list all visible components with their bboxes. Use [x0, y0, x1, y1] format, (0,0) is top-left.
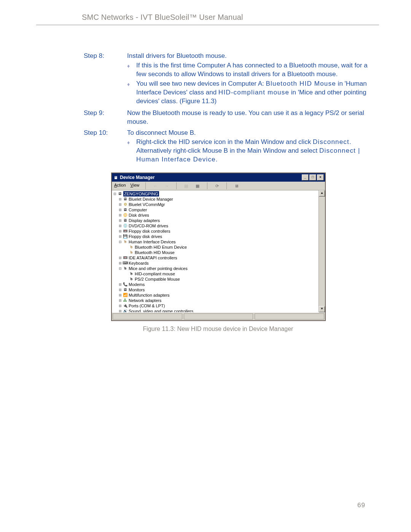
toolbar-scan-icon[interactable]: 🖥: [233, 182, 240, 189]
dm-scrollbar[interactable]: ▲ ▼: [319, 190, 325, 312]
keyboard-icon: [123, 261, 128, 265]
minimize-button[interactable]: _: [302, 174, 309, 181]
toolbar-view-icon[interactable]: ▦: [194, 182, 201, 189]
tree-root[interactable]: ⊟ZENGYONGPING: [113, 191, 319, 197]
sound-icon: [123, 309, 128, 312]
hid-icon: [129, 250, 134, 255]
tree-leaf[interactable]: Bluetooth HID Mouse: [113, 250, 319, 255]
step-9: Step 9: Now the Bluetooth mouse is ready…: [84, 109, 379, 126]
tree-node[interactable]: ⊞Monitors: [113, 287, 319, 292]
display-icon: [123, 218, 128, 223]
step-10-bullets: ♦ Right-click the HID service icon in th…: [127, 138, 379, 164]
tree-node[interactable]: ⊞Network adapters: [113, 298, 319, 303]
menu-view[interactable]: View: [131, 182, 140, 189]
controller-icon: [123, 229, 128, 233]
mouse-icon: [123, 266, 128, 271]
tree-leaf[interactable]: Bluetooth HID Enum Device: [113, 244, 319, 250]
step-8-body: Install drivers for Bluetooth mouse. ♦ I…: [127, 52, 379, 107]
tree-node[interactable]: ⊞Computer: [113, 207, 319, 212]
tree-node[interactable]: ⊞Display adapters: [113, 218, 319, 223]
page-content: Step 8: Install drivers for Bluetooth mo…: [36, 25, 379, 333]
step-8-label: Step 8:: [84, 52, 127, 107]
tree-node[interactable]: ⊞Modems: [113, 282, 319, 287]
tree-node[interactable]: ⊞Disk drives: [113, 212, 319, 218]
modem-icon: [123, 282, 128, 287]
device-icon: [123, 197, 128, 201]
mouse-icon: [129, 277, 134, 281]
toolbar-back-icon[interactable]: ←: [152, 182, 159, 189]
tree-node[interactable]: ⊞Ports (COM & LPT): [113, 303, 319, 308]
step-10: Step 10: To disconnect Mouse B. ♦ Right-…: [84, 129, 379, 165]
hid-icon: [129, 245, 134, 249]
device-icon: [123, 202, 128, 207]
figure-caption: Figure 11.3: New HID mouse device in Dev…: [111, 325, 325, 333]
toolbar-forward-icon[interactable]: →: [163, 182, 170, 189]
tree-node[interactable]: ⊞Floppy disk controllers: [113, 228, 319, 234]
device-manager-window: 🖥 Device Manager _ □ × Action View ← → ▤…: [111, 173, 326, 321]
cdrom-icon: [123, 224, 128, 228]
maximize-button[interactable]: □: [309, 174, 316, 181]
dm-tree[interactable]: ⊟ZENGYONGPING ⊞Bluelet Device Manager ⊞B…: [112, 190, 319, 312]
step-8-title: Install drivers for Bluetooth mouse.: [127, 52, 379, 61]
diamond-icon: ♦: [127, 61, 136, 79]
tree-node[interactable]: ⊞Keyboards: [113, 260, 319, 266]
tree-leaf[interactable]: PS/2 Compatible Mouse: [113, 276, 319, 282]
page-header: SMC Networks - IVT BlueSoleil™ User Manu…: [36, 13, 379, 25]
scroll-down-icon[interactable]: ▼: [319, 306, 325, 312]
computer-icon: [123, 208, 128, 212]
tree-node[interactable]: ⊞Multifunction adapters: [113, 292, 319, 298]
dm-app-icon: 🖥: [113, 175, 118, 180]
toolbar-prop-icon[interactable]: ▤: [183, 182, 190, 189]
menu-action[interactable]: Action: [114, 182, 126, 189]
tree-node[interactable]: ⊞IDE ATA/ATAPI controllers: [113, 255, 319, 260]
network-icon: [123, 298, 128, 303]
dm-menubar: Action View ← → ▤ ▦ ⟳ 🖥: [112, 182, 325, 190]
dm-titlebar[interactable]: 🖥 Device Manager _ □ ×: [112, 173, 325, 182]
manual-page: SMC Networks - IVT BlueSoleil™ User Manu…: [0, 0, 411, 532]
floppy-icon: [123, 234, 128, 239]
step-9-body: Now the Bluetooth mouse is ready to use.…: [127, 109, 379, 126]
tree-node-expanded[interactable]: ⊟Human Interface Devices: [113, 239, 319, 244]
mouse-icon: [129, 272, 134, 276]
controller-icon: [123, 256, 128, 260]
multifunction-icon: [123, 293, 128, 297]
ports-icon: [123, 304, 128, 308]
dm-statusbar: [112, 312, 325, 320]
tree-leaf[interactable]: HID-compliant mouse: [113, 271, 319, 276]
tree-node[interactable]: ⊞Floppy disk drives: [113, 234, 319, 239]
step-10-title: To disconnect Mouse B.: [127, 129, 379, 137]
step-8-bullet-2: ♦ You will see two new devices in Comput…: [127, 80, 379, 106]
computer-icon: [117, 192, 123, 196]
figure-11-3: 🖥 Device Manager _ □ × Action View ← → ▤…: [111, 173, 325, 333]
tree-node[interactable]: ⊞DVD/CD-ROM drives: [113, 223, 319, 228]
disk-icon: [123, 213, 128, 217]
tree-node[interactable]: ⊞Bluelet Device Manager: [113, 197, 319, 202]
page-number: 69: [357, 502, 365, 509]
dm-body: ⊟ZENGYONGPING ⊞Bluelet Device Manager ⊞B…: [112, 190, 325, 312]
step-10-body: To disconnect Mouse B. ♦ Right-click the…: [127, 129, 379, 165]
step-8-bullets: ♦ If this is the first time Computer A h…: [127, 61, 379, 106]
hid-icon: [123, 240, 128, 244]
dm-title-text: Device Manager: [120, 174, 155, 181]
tree-node-expanded[interactable]: ⊟Mice and other pointing devices: [113, 266, 319, 271]
scroll-up-icon[interactable]: ▲: [319, 190, 325, 197]
close-button[interactable]: ×: [317, 174, 324, 181]
step-10-bullet-1-text: Right-click the HID service icon in the …: [136, 138, 379, 164]
diamond-icon: ♦: [127, 138, 136, 164]
step-8-bullet-1: ♦ If this is the first time Computer A h…: [127, 61, 379, 79]
step-9-label: Step 9:: [84, 109, 127, 126]
step-8-bullet-2-text: You will see two new devices in Computer…: [136, 80, 379, 106]
header-title: SMC Networks - IVT BlueSoleil™ User Manu…: [82, 13, 243, 21]
toolbar-refresh-icon[interactable]: ⟳: [213, 182, 220, 189]
tree-node[interactable]: ⊞Sound, video and game controllers: [113, 308, 319, 312]
step-8-bullet-1-text: If this is the first time Computer A has…: [136, 61, 379, 79]
step-10-label: Step 10:: [84, 129, 127, 165]
diamond-icon: ♦: [127, 80, 136, 106]
monitor-icon: [123, 288, 128, 292]
step-8: Step 8: Install drivers for Bluetooth mo…: [84, 52, 379, 107]
tree-node[interactable]: ⊞Bluelet VCommMgr: [113, 202, 319, 207]
step-10-bullet-1: ♦ Right-click the HID service icon in th…: [127, 138, 379, 164]
